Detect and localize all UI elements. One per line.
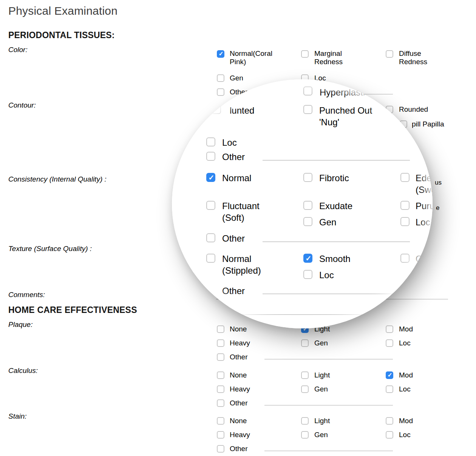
- mag-contour-hyperplastic-checkbox[interactable]: [303, 86, 312, 96]
- stain-option-loc: Loc: [399, 431, 411, 439]
- row-label-texture: Texture (Surface Quality) :: [8, 245, 92, 253]
- row-label-consistency: Consistency (Internal Quality) :: [8, 175, 107, 183]
- calculus-light-checkbox[interactable]: [301, 371, 309, 379]
- mag-texture-option-loc: Loc: [319, 269, 334, 281]
- mag-consistency-option-exudate: Exudate: [319, 200, 352, 212]
- stain-other-input-line[interactable]: [264, 451, 393, 451]
- mag-texture-other-input-line[interactable]: [263, 294, 414, 294]
- plaque-gen-checkbox[interactable]: [301, 339, 309, 347]
- mag-texture-option-gen: Gen: [416, 253, 433, 265]
- row-label-plaque: Plaque:: [8, 320, 32, 329]
- mag-consistency-loc-checkbox[interactable]: [400, 217, 410, 226]
- plaque-option-mod: Mod: [399, 325, 413, 333]
- mag-contour-punched-checkbox[interactable]: [303, 105, 312, 114]
- calculus-other-checkbox[interactable]: [217, 399, 224, 407]
- mag-texture-normal-checkbox[interactable]: [206, 254, 215, 263]
- mag-consistency-gen-checkbox[interactable]: [303, 217, 312, 226]
- color-gen-checkbox[interactable]: [217, 74, 224, 82]
- mag-contour-loc-checkbox[interactable]: [206, 137, 215, 146]
- mag-contour-other-input-line[interactable]: [263, 160, 410, 160]
- stain-other-checkbox[interactable]: [217, 445, 224, 453]
- mag-consistency-fibrotic-checkbox[interactable]: [303, 173, 312, 182]
- color-marginal-checkbox[interactable]: [301, 50, 309, 58]
- plaque-loc-checkbox[interactable]: [386, 339, 393, 347]
- mag-consistency-other-checkbox[interactable]: [206, 233, 215, 242]
- plaque-mod-checkbox[interactable]: [386, 325, 393, 333]
- mag-texture-option-smooth: Smooth: [319, 253, 351, 265]
- mag-consistency-option-other: Other: [222, 233, 245, 244]
- stain-light-checkbox[interactable]: [301, 417, 309, 425]
- mag-consistency-option-purulence: Purulence: [416, 200, 433, 212]
- stain-option-none: None: [230, 417, 247, 425]
- plaque-option-none: None: [230, 325, 247, 333]
- calculus-other-input-line[interactable]: [264, 405, 393, 405]
- mag-contour-option-hyperplastic: Hyperplastic: [320, 86, 369, 98]
- stain-option-mod: Mod: [399, 417, 413, 425]
- mag-texture-smooth-checkbox[interactable]: [303, 254, 312, 263]
- color-normal-checkbox[interactable]: [217, 50, 224, 58]
- mag-consistency-option-loc: Loc: [416, 216, 430, 228]
- calculus-option-gen: Gen: [314, 385, 328, 393]
- calculus-option-none: None: [230, 371, 247, 379]
- plaque-option-loc: Loc: [399, 339, 411, 347]
- plaque-option-other: Other: [230, 353, 248, 361]
- color-other-checkbox[interactable]: [217, 88, 224, 96]
- stain-loc-checkbox[interactable]: [386, 431, 393, 439]
- calculus-option-light: Light: [314, 371, 330, 379]
- plaque-heavy-checkbox[interactable]: [217, 339, 224, 347]
- stain-option-heavy: Heavy: [230, 431, 250, 439]
- mag-consistency-option-fibrotic: Fibrotic: [319, 172, 349, 184]
- page-title: Physical Examination: [8, 5, 117, 17]
- plaque-other-input-line[interactable]: [264, 359, 393, 359]
- stain-none-checkbox[interactable]: [217, 417, 224, 425]
- mag-consistency-option-normal: Normal: [222, 172, 251, 184]
- calculus-gen-checkbox[interactable]: [301, 385, 309, 393]
- mag-contour-option-blunted: lunted: [230, 105, 254, 116]
- consistency-purulence-fragment: e: [436, 204, 439, 212]
- section-heading-periodontal: PERIODONTAL TISSUES:: [8, 30, 115, 40]
- mag-consistency-purulence-checkbox[interactable]: [400, 201, 410, 210]
- color-diffuse-checkbox[interactable]: [386, 50, 393, 58]
- section-heading-homecare: HOME CARE EFFECTIVENESS: [8, 305, 137, 315]
- mag-consistency-fluctuant-checkbox[interactable]: [206, 201, 215, 210]
- mag-consistency-option-gen: Gen: [319, 216, 336, 228]
- stain-heavy-checkbox[interactable]: [217, 431, 224, 439]
- consistency-edematous-fragment: us: [435, 179, 442, 186]
- mag-consistency-edematous-checkbox[interactable]: [400, 173, 410, 182]
- mag-texture-option-other: Other: [222, 285, 245, 297]
- mag-texture-loc-checkbox[interactable]: [303, 270, 312, 279]
- calculus-heavy-checkbox[interactable]: [217, 385, 224, 393]
- mag-contour-option-loc: Loc: [222, 137, 237, 148]
- plaque-none-checkbox[interactable]: [217, 325, 224, 333]
- contour-option-rounded: Rounded: [399, 105, 428, 114]
- mag-contour-other-checkbox[interactable]: [206, 152, 215, 161]
- mag-consistency-option-fluctuant: Fluctuant (Soft): [222, 200, 279, 223]
- calculus-option-other: Other: [230, 399, 248, 407]
- mag-texture-gen-checkbox[interactable]: [400, 254, 410, 263]
- stain-gen-checkbox[interactable]: [301, 431, 309, 439]
- mag-consistency-normal-checkbox[interactable]: [206, 173, 215, 182]
- mag-contour-blunted-checkbox[interactable]: [212, 105, 221, 114]
- row-label-color: Color:: [8, 46, 28, 54]
- stain-mod-checkbox[interactable]: [386, 417, 393, 425]
- physical-examination-form: Physical Examination PERIODONTAL TISSUES…: [0, 0, 476, 456]
- calculus-none-checkbox[interactable]: [217, 371, 224, 379]
- color-option-normal: Normal(Coral Pink): [230, 49, 286, 66]
- row-label-contour: Contour:: [8, 101, 36, 109]
- mag-consistency-other-input-line[interactable]: [263, 242, 410, 242]
- calculus-mod-checkbox[interactable]: [386, 371, 393, 379]
- plaque-option-gen: Gen: [314, 339, 328, 347]
- plaque-other-checkbox[interactable]: [217, 353, 224, 361]
- mag-texture-option-normal: Normal (Stippled): [222, 253, 279, 276]
- stain-option-other: Other: [230, 445, 248, 453]
- plaque-option-heavy: Heavy: [230, 339, 250, 347]
- mag-consistency-exudate-checkbox[interactable]: [303, 201, 312, 210]
- row-label-comments: Comments:: [8, 291, 45, 299]
- stain-option-light: Light: [314, 417, 330, 425]
- mag-comments-input-line[interactable]: [234, 314, 397, 315]
- row-label-stain: Stain:: [8, 412, 27, 421]
- calculus-loc-checkbox[interactable]: [386, 385, 393, 393]
- mag-consistency-option-edematous: Edematous (Swollen): [416, 172, 433, 196]
- mag-contour-option-other: Other: [222, 151, 245, 163]
- mag-contour-option-punched: Punched Out 'Nug': [319, 105, 383, 128]
